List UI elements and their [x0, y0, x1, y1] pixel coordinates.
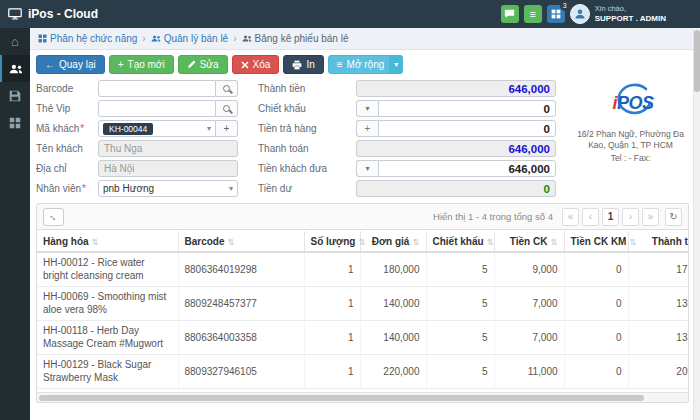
vip-card-label: Thẻ Vip: [36, 103, 98, 114]
customer-name-label: Tên khách: [36, 143, 98, 154]
table-row[interactable]: HH-00129 - Black Sugar Strawberry Mask 8…: [37, 354, 688, 388]
items-table: Hàng hóa⇅ Barcode⇅ Số lượng⇅ Đơn giá⇅ Ch…: [37, 231, 688, 389]
barcode-input[interactable]: [98, 80, 216, 97]
home-icon: ⌂: [11, 34, 19, 49]
chat-button[interactable]: [501, 5, 519, 23]
sidebar-item-retail[interactable]: [0, 55, 30, 82]
breadcrumb-item-retail[interactable]: Quản lý bán lẻ: [151, 33, 229, 44]
vip-card-input[interactable]: [98, 100, 216, 117]
monitor-icon: [8, 8, 22, 20]
customer-cash-input[interactable]: [378, 160, 556, 177]
avatar[interactable]: [570, 4, 590, 24]
address-label: Địa chỉ: [36, 163, 98, 174]
change-field: [356, 180, 556, 197]
apps-button[interactable]: 3: [547, 5, 565, 23]
sort-icon: ⇅: [412, 237, 419, 247]
users-icon: [151, 34, 161, 43]
table-row[interactable]: HH-00118 - Herb Day Massage Cream #Mugwo…: [37, 320, 688, 354]
sidebar-item-home[interactable]: ⌂: [0, 28, 30, 55]
back-arrow-icon: ←: [45, 59, 55, 70]
username-text: SUPPORT . ADMIN: [595, 14, 666, 23]
col-header-discount[interactable]: Chiết khấu⇅: [426, 231, 494, 252]
vertical-scrollbar[interactable]: [693, 28, 700, 420]
col-header-promo-discount[interactable]: Tiền CK KM⇅: [564, 231, 628, 252]
grid-expand-button[interactable]: ↔: [43, 208, 64, 226]
table-row[interactable]: HH-00069 - Smoothing mist aloe vera 98% …: [37, 286, 688, 320]
col-header-price[interactable]: Đơn giá⇅: [360, 231, 426, 252]
chat-icon: [504, 9, 515, 19]
discount-caret-addon[interactable]: ▾: [356, 100, 378, 117]
return-plus-addon[interactable]: +: [356, 120, 378, 137]
create-button[interactable]: + Tạo mới: [109, 55, 174, 74]
company-logo: iPOS: [599, 82, 663, 124]
customer-code-tag: KH-00044: [103, 123, 153, 135]
printer-icon: [292, 60, 302, 70]
employee-select[interactable]: pnb Hương ▾: [98, 180, 238, 197]
th-icon: [38, 34, 47, 43]
user-greeting[interactable]: Xin chào, SUPPORT . ADMIN: [595, 5, 666, 23]
main-content: ← Quay lại + Tạo mới Sửa Xóa In: [30, 50, 693, 420]
sort-icon: ⇅: [629, 237, 636, 247]
list-icon: ≡: [530, 8, 536, 20]
customer-cash-label: Tiền khách đưa: [258, 163, 356, 174]
refresh-button[interactable]: ↻: [665, 208, 682, 226]
back-button[interactable]: ← Quay lại: [36, 55, 105, 74]
page-first-button[interactable]: «: [562, 208, 579, 226]
app-title: iPos - Cloud: [28, 7, 98, 21]
page-next-button[interactable]: ›: [622, 208, 639, 226]
sort-icon: ⇅: [358, 237, 365, 247]
sidebar-item-grid[interactable]: [0, 109, 30, 136]
horizontal-scrollbar[interactable]: [37, 392, 688, 402]
total-field: [356, 80, 556, 97]
payment-label: Thanh toán: [258, 143, 356, 154]
customer-code-label: Mã khách*: [36, 123, 98, 134]
company-info: iPOS 16/2 Phan Ngữ, Phường Đa Kao, Quận …: [570, 80, 691, 197]
col-header-discount-amt[interactable]: Tiền CK⇅: [494, 231, 564, 252]
vertical-scrollbar-thumb[interactable]: [694, 30, 700, 92]
breadcrumb-item-current: Bảng kê phiếu bán lẻ: [242, 33, 349, 44]
page-last-button[interactable]: »: [642, 208, 659, 226]
discount-input[interactable]: [378, 100, 556, 117]
expand-button[interactable]: ≡ Mở rộng: [328, 55, 394, 74]
caret-down-icon: ▾: [365, 164, 369, 173]
page-prev-button[interactable]: ‹: [582, 208, 599, 226]
return-money-input[interactable]: [378, 120, 556, 137]
items-table-container: Hàng hóa⇅ Barcode⇅ Số lượng⇅ Đơn giá⇅ Ch…: [37, 231, 688, 392]
caret-down-icon: ▾: [229, 184, 233, 193]
app-brand: iPos - Cloud: [8, 7, 98, 21]
grid-icon: [9, 117, 21, 129]
edit-button[interactable]: Sửa: [178, 55, 228, 74]
payment-field: [356, 140, 556, 157]
barcode-search-addon[interactable]: [216, 80, 238, 97]
current-page[interactable]: 1: [602, 208, 619, 226]
print-button[interactable]: In: [283, 55, 323, 74]
breadcrumb-separator: ›: [142, 33, 145, 44]
table-row[interactable]: HH-00012 - Rice water bright cleansing c…: [37, 252, 688, 286]
total-label: Thành tiền: [258, 83, 356, 94]
cash-caret-addon[interactable]: ▾: [356, 160, 378, 177]
breadcrumb-item-modules[interactable]: Phân hệ chức năng: [38, 33, 137, 44]
expand-icon: ↔: [46, 209, 61, 224]
users-icon: [9, 63, 23, 75]
expand-caret-button[interactable]: ▾: [389, 55, 403, 74]
change-label: Tiền dư: [258, 183, 356, 194]
col-header-qty[interactable]: Số lượng⇅: [304, 231, 360, 252]
customer-code-select[interactable]: KH-00044 ▾: [98, 120, 216, 137]
delete-button[interactable]: Xóa: [232, 55, 280, 74]
discount-label: Chiết khấu: [258, 103, 356, 114]
list-button[interactable]: ≡: [524, 5, 542, 23]
company-address: 16/2 Phan Ngữ, Phường Đa Kao, Quận 1, TP…: [570, 129, 691, 151]
sidebar-item-save[interactable]: [0, 82, 30, 109]
sort-icon: ⇅: [487, 237, 494, 247]
vip-search-addon[interactable]: [216, 100, 238, 117]
horizontal-scrollbar-thumb[interactable]: [39, 395, 644, 401]
col-header-product[interactable]: Hàng hóa⇅: [37, 231, 178, 252]
sort-icon: ⇅: [550, 237, 557, 247]
return-money-label: Tiền trả hàng: [258, 123, 356, 134]
add-customer-button[interactable]: +: [216, 120, 238, 137]
col-header-line-total[interactable]: Thành tiền⇅: [628, 231, 688, 252]
search-icon: [223, 85, 230, 92]
address-field: [98, 160, 238, 177]
col-header-barcode[interactable]: Barcode⇅: [178, 231, 304, 252]
company-contact: Tel : - Fax:: [570, 153, 691, 163]
